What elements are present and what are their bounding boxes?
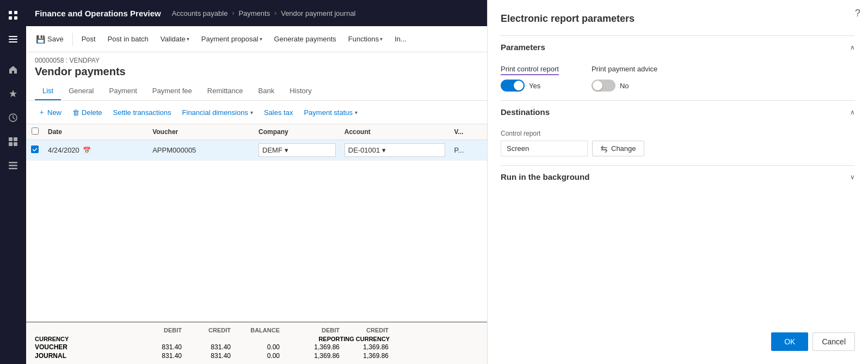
right-panel: Electronic report parameters Parameters … xyxy=(487,0,868,364)
col-date: Date xyxy=(44,124,148,140)
journal-summary-label: JOURNAL xyxy=(35,352,133,360)
svg-rect-1 xyxy=(14,11,17,14)
financial-dimensions-button[interactable]: Financial dimensions ▾ xyxy=(179,106,256,119)
destinations-collapse-icon: ∧ xyxy=(850,108,855,116)
svg-rect-4 xyxy=(9,36,17,37)
tab-history[interactable]: History xyxy=(282,82,319,100)
run-in-background-section[interactable]: Run in the background ∨ xyxy=(501,165,855,188)
sidebar-icon-recent[interactable] xyxy=(2,107,24,129)
breadcrumb-sep-2: › xyxy=(274,9,276,17)
voucher-debit: 831.40 xyxy=(133,343,182,351)
row-account-cell: DE-01001 ▾ xyxy=(340,140,450,161)
cancel-button[interactable]: Cancel xyxy=(812,332,855,351)
save-button[interactable]: 💾 Save xyxy=(30,32,69,47)
breadcrumb-vendor-journal[interactable]: Vendor payment journal xyxy=(281,9,355,17)
financial-dimensions-dropdown-arrow: ▾ xyxy=(250,110,253,116)
voucher-credit: 831.40 xyxy=(182,343,231,351)
svg-rect-15 xyxy=(32,146,39,153)
parameters-section-header[interactable]: Parameters ∧ xyxy=(501,35,855,58)
calendar-icon[interactable]: 📅 xyxy=(83,147,91,154)
sidebar-icon-home[interactable] xyxy=(2,59,24,81)
parameters-content: Print control report Yes Print payment a… xyxy=(501,58,855,100)
svg-rect-9 xyxy=(14,137,17,141)
toggle-row: Print control report Yes Print payment a… xyxy=(501,65,855,92)
functions-button[interactable]: Functions ▾ xyxy=(343,32,388,46)
change-icon xyxy=(600,145,608,153)
tab-payment-fee[interactable]: Payment fee xyxy=(145,82,200,100)
col-company: Company xyxy=(254,124,340,140)
company-dropdown-arrow[interactable]: ▾ xyxy=(285,146,288,154)
account-dropdown-arrow[interactable]: ▾ xyxy=(382,146,386,154)
svg-rect-5 xyxy=(9,39,17,40)
inquiries-button[interactable]: In... xyxy=(389,32,412,46)
col-voucher: Voucher xyxy=(148,124,254,140)
parameters-label: Parameters xyxy=(501,43,545,52)
sidebar-icon-list[interactable] xyxy=(2,155,24,177)
help-icon[interactable]: ? xyxy=(855,8,860,19)
breadcrumb-accounts-payable[interactable]: Accounts payable xyxy=(172,9,228,17)
new-button[interactable]: ＋ New xyxy=(35,105,65,119)
row-checkbox-cell xyxy=(26,140,44,161)
sales-tax-button[interactable]: Sales tax xyxy=(261,106,296,119)
breadcrumb-sep-1: › xyxy=(232,9,234,17)
table-toolbar: ＋ New 🗑 Delete Settle transactions Finan… xyxy=(26,101,487,124)
payment-status-button[interactable]: Payment status ▾ xyxy=(300,106,361,119)
table-row[interactable]: 4/24/2020 📅 APPM000005 DEMF ▾ xyxy=(26,140,487,161)
tab-bank[interactable]: Bank xyxy=(251,82,282,100)
print-payment-advice-control: No xyxy=(592,80,657,92)
payment-proposal-dropdown-arrow: ▾ xyxy=(260,36,262,42)
journal-credit: 831.40 xyxy=(182,352,231,360)
print-control-report-toggle[interactable] xyxy=(501,80,525,92)
tab-general[interactable]: General xyxy=(61,82,101,100)
run-bg-label: Run in the background xyxy=(501,172,589,181)
print-control-report-control: Yes xyxy=(501,80,559,92)
svg-rect-13 xyxy=(9,165,17,167)
journal-rep-credit: 1,369.86 xyxy=(340,352,389,360)
currency-label: CURRENCY xyxy=(35,336,133,342)
delete-icon: 🗑 xyxy=(72,108,79,117)
validate-button[interactable]: Validate ▾ xyxy=(155,32,195,46)
delete-button[interactable]: 🗑 Delete xyxy=(69,106,106,119)
tab-payment[interactable]: Payment xyxy=(101,82,144,100)
generate-payments-button[interactable]: Generate payments xyxy=(269,32,342,46)
validate-dropdown-arrow: ▾ xyxy=(187,36,189,42)
sidebar-icon-hamburger[interactable] xyxy=(2,28,24,50)
summary-debit-header: DEBIT xyxy=(133,327,182,333)
settle-transactions-button[interactable]: Settle transactions xyxy=(110,106,175,119)
topbar: Finance and Operations Preview Accounts … xyxy=(26,0,487,26)
run-bg-chevron-icon: ∨ xyxy=(850,173,855,181)
summary-rep-credit-header: CREDIT xyxy=(340,327,389,333)
voucher-rep-debit: 1,369.86 xyxy=(291,343,340,351)
table-container: Date Voucher Company Account V... xyxy=(26,124,487,201)
panel-actions: OK Cancel xyxy=(501,319,855,351)
sidebar xyxy=(0,0,26,364)
col-v: V... xyxy=(450,124,487,140)
destinations-label: Destinations xyxy=(501,107,550,117)
summary-balance-header: BALANCE xyxy=(231,327,280,333)
select-all-checkbox[interactable] xyxy=(32,128,39,135)
tab-remittance[interactable]: Remittance xyxy=(200,82,251,100)
sidebar-icon-grid[interactable] xyxy=(2,4,24,26)
tab-list[interactable]: List xyxy=(35,82,61,100)
post-batch-button[interactable]: Post in batch xyxy=(102,32,154,46)
post-button[interactable]: Post xyxy=(76,32,101,46)
toolbar-divider-1 xyxy=(72,33,73,46)
svg-rect-10 xyxy=(9,142,13,146)
payment-proposal-button[interactable]: Payment proposal ▾ xyxy=(196,32,268,46)
journal-balance: 0.00 xyxy=(231,352,280,360)
breadcrumb-payments[interactable]: Payments xyxy=(238,9,270,17)
ok-button[interactable]: OK xyxy=(771,332,808,351)
row-company-cell: DEMF ▾ xyxy=(254,140,340,161)
summary-rep-debit-header: DEBIT xyxy=(291,327,340,333)
sidebar-icon-dashboard[interactable] xyxy=(2,131,24,153)
change-button[interactable]: Change xyxy=(592,141,644,156)
journal-header: 00000058 : VENDPAY Vendor payments List … xyxy=(26,52,487,101)
voucher-rep-credit: 1,369.86 xyxy=(340,343,389,351)
toolbar: 💾 Save Post Post in batch Validate ▾ Pay… xyxy=(26,26,487,52)
destinations-content: Control report Screen Change xyxy=(501,123,855,165)
destinations-section-header[interactable]: Destinations ∧ xyxy=(501,100,855,123)
svg-rect-0 xyxy=(9,11,12,14)
sidebar-icon-star[interactable] xyxy=(2,83,24,105)
main-container: Finance and Operations Preview Accounts … xyxy=(26,0,487,364)
print-payment-advice-toggle[interactable] xyxy=(592,80,615,92)
